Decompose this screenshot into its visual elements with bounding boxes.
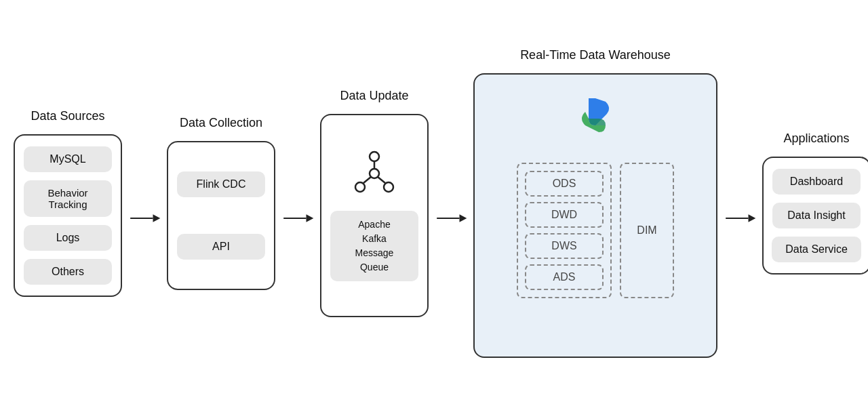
svg-marker-1 <box>153 214 161 222</box>
sources-title: Data Sources <box>31 109 104 123</box>
mysql-item: MySQL <box>24 146 112 172</box>
dashboard-item: Dashboard <box>772 169 861 195</box>
collection-title: Data Collection <box>180 116 262 130</box>
svg-point-5 <box>370 152 379 161</box>
col-applications: Applications Dashboard Data Insight Data… <box>762 131 868 275</box>
arrow-3 <box>434 205 468 232</box>
ods-item: ODS <box>525 171 604 197</box>
update-title: Data Update <box>340 89 408 103</box>
svg-line-9 <box>363 177 371 183</box>
update-container: ApacheKafkaMessageQueue <box>320 114 429 317</box>
sources-container: MySQL BehaviorTracking Logs Others <box>14 134 122 297</box>
logs-item: Logs <box>24 225 112 251</box>
warehouse-left-panel: ODS DWD DWS ADS <box>517 163 612 298</box>
svg-marker-14 <box>749 214 756 222</box>
arrow-1 <box>127 205 161 232</box>
dim-item: DIM <box>620 163 674 298</box>
applications-title: Applications <box>783 131 849 146</box>
svg-point-7 <box>384 182 393 192</box>
warehouse-container: ODS DWD DWS ADS DIM <box>473 73 717 358</box>
arrow-4 <box>723 205 757 232</box>
applications-container: Dashboard Data Insight Data Service <box>762 157 868 275</box>
dws-item: DWS <box>525 233 604 259</box>
api-item: API <box>177 234 265 260</box>
arrow-2 <box>281 205 315 232</box>
data-service-item: Data Service <box>772 237 861 262</box>
kafka-box: ApacheKafkaMessageQueue <box>330 211 418 281</box>
kafka-icon <box>351 150 398 197</box>
col-update: Data Update <box>320 89 429 317</box>
logo-area <box>568 88 623 142</box>
ads-item: ADS <box>525 264 604 290</box>
svg-point-4 <box>370 169 379 178</box>
behavior-tracking-item: BehaviorTracking <box>24 180 112 217</box>
svg-marker-12 <box>460 214 467 222</box>
col-warehouse: Real-Time Data Warehouse ODS DWD DWS <box>473 48 717 358</box>
collection-container: Flink CDC API <box>167 141 275 290</box>
data-insight-item: Data Insight <box>772 203 861 228</box>
col-sources: Data Sources MySQL BehaviorTracking Logs… <box>14 109 122 297</box>
dwd-item: DWD <box>525 202 604 228</box>
svg-marker-3 <box>307 214 314 222</box>
flink-cdc-item: Flink CDC <box>177 171 265 197</box>
architecture-diagram: Data Sources MySQL BehaviorTracking Logs… <box>14 48 854 358</box>
svg-point-6 <box>355 182 365 192</box>
warehouse-inner: ODS DWD DWS ADS DIM <box>486 163 705 298</box>
others-item: Others <box>24 259 112 285</box>
svg-line-10 <box>378 177 385 183</box>
warehouse-title: Real-Time Data Warehouse <box>520 48 671 62</box>
col-collection: Data Collection Flink CDC API <box>167 116 275 290</box>
